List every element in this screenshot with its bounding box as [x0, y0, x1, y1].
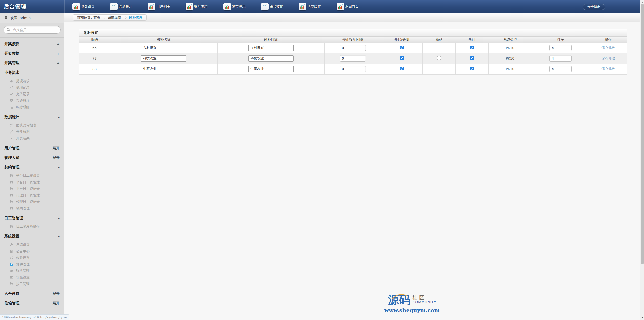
open-close-checkbox[interactable] [400, 46, 404, 49]
section-toggle-indicator[interactable]: - [58, 165, 60, 169]
sidebar-item[interactable]: 签约管理 [0, 205, 64, 212]
sidebar-item[interactable]: 代理日工资发放 [0, 192, 64, 199]
topnav-item-1[interactable]: 普通投注 [110, 3, 132, 10]
row-id-cell: 73 [79, 53, 110, 64]
search-input[interactable] [4, 26, 61, 34]
sidebar-section-head-8[interactable]: 日工资管理- [0, 213, 64, 223]
section-toggle-indicator[interactable]: - [58, 115, 60, 119]
welcome-text: 欢迎: admin [10, 16, 31, 20]
sidebar-item[interactable]: 公告中心 [0, 248, 64, 255]
column-header: 排序 [532, 37, 589, 43]
section-toggle-indicator[interactable]: + [57, 61, 60, 65]
save-button[interactable]: 保存修改 [601, 67, 615, 71]
row-id-cell: 65 [79, 43, 110, 53]
sidebar-section-head-7[interactable]: 契约管理- [0, 162, 64, 172]
lottery-name-input[interactable] [141, 55, 186, 62]
topnav-item-6[interactable]: 清空缓存 [299, 3, 321, 10]
sidebar-item[interactable]: 等级设置 [0, 274, 64, 281]
sidebar-section-head-10[interactable]: 六合设置展开 [0, 289, 64, 298]
stop-interval-input[interactable] [340, 45, 366, 51]
lottery-shortname-input[interactable] [248, 66, 294, 72]
sidebar-item[interactable]: 充值记录 [0, 91, 64, 97]
section-toggle-indicator[interactable]: 展开 [53, 146, 60, 151]
sidebar-item[interactable]: 代理日工资记录 [0, 199, 64, 205]
section-toggle-indicator[interactable]: - [58, 216, 60, 220]
topnav-item-4[interactable]: 发布消息 [223, 3, 246, 10]
sidebar-item[interactable]: 平台日工资设置 [0, 172, 64, 179]
sidebar-item[interactable]: 收款设置 [0, 255, 64, 261]
balloon-icon [9, 174, 13, 178]
sidebar-section-head-11[interactable]: 信箱管理展开 [0, 298, 64, 308]
sort-input[interactable] [549, 45, 572, 51]
section-toggle-indicator[interactable]: - [58, 234, 60, 238]
topnav-item-5[interactable]: 账号转帐 [261, 3, 283, 10]
sidebar-item[interactable]: 普通投注 [0, 97, 64, 104]
sidebar-item[interactable]: 系统设置 [0, 241, 64, 248]
sidebar-item[interactable]: 平台日工资发放 [0, 179, 64, 186]
sidebar-section-head-3[interactable]: 业务流水- [0, 68, 64, 77]
sidebar-section-head-0[interactable]: 开奖预设+ [0, 39, 64, 49]
topnav-item-0[interactable]: 参数设置 [72, 3, 95, 10]
sidebar-item[interactable]: 接口管理 [0, 281, 64, 287]
sidebar-section-head-6[interactable]: 管理人员展开 [0, 153, 64, 162]
section-label: 系统设置 [4, 234, 19, 239]
topnav-item-3[interactable]: 账号充值 [186, 3, 208, 10]
sidebar-item[interactable]: 开奖结果 [0, 135, 64, 142]
sidebar-item[interactable]: 团队盈亏报表 [0, 122, 64, 129]
section-toggle-indicator[interactable]: - [58, 71, 60, 75]
new-checkbox[interactable] [437, 46, 441, 49]
lottery-shortname-input[interactable] [248, 45, 294, 51]
sidebar-item[interactable]: 帐变明细 [0, 104, 64, 111]
lottery-shortname-input[interactable] [248, 55, 294, 62]
section-toggle-indicator[interactable]: 展开 [53, 301, 60, 306]
hot-checkbox[interactable] [470, 67, 474, 70]
panel-title: 彩种设置 [79, 29, 627, 37]
sidebar-section-head-5[interactable]: 用户管理展开 [0, 143, 64, 153]
sidebar-item[interactable]: 提现记录 [0, 84, 64, 91]
sort-input[interactable] [549, 55, 572, 62]
sidebar-item[interactable]: 平台日工资记录 [0, 186, 64, 192]
section-label: 用户管理 [4, 146, 19, 151]
topnav-item-2[interactable]: 用户列表 [148, 3, 170, 10]
section-toggle-indicator[interactable]: + [57, 52, 60, 56]
sidebar-section-head-2[interactable]: 开奖管理+ [0, 58, 64, 68]
sidebar-item-label: 签约管理 [16, 206, 30, 211]
sidebar-section-head-1[interactable]: 开奖数据+ [0, 49, 64, 58]
stop-interval-input[interactable] [340, 66, 366, 72]
section-toggle-indicator[interactable]: 展开 [53, 156, 60, 160]
stop-interval-input[interactable] [340, 55, 366, 62]
hot-checkbox[interactable] [470, 46, 474, 49]
new-checkbox[interactable] [437, 67, 441, 70]
sidebar-item[interactable]: 提现请求 [0, 78, 64, 84]
hot-checkbox[interactable] [470, 56, 474, 60]
save-button[interactable]: 保存修改 [601, 46, 615, 50]
save-button[interactable]: 保存修改 [601, 56, 615, 60]
topnav-item-7[interactable]: 返回首页 [337, 3, 359, 10]
breadcrumb-item-2[interactable]: 彩种管理 [129, 15, 142, 20]
section-toggle-indicator[interactable]: 展开 [53, 292, 60, 296]
section-toggle-indicator[interactable]: + [57, 42, 60, 46]
sidebar-item[interactable]: 开奖检测 [0, 129, 64, 135]
open-close-checkbox[interactable] [400, 56, 404, 60]
folderstar-icon [9, 262, 13, 266]
sidebar-section-head-9[interactable]: 系统设置- [0, 231, 64, 241]
sidebar-item[interactable]: 彩种管理 [0, 261, 64, 268]
scroll-up-button[interactable] [640, 0, 644, 4]
breadcrumb-item-0[interactable]: 首页 [93, 15, 100, 20]
scroll-down-button[interactable] [640, 316, 644, 320]
sidebar-item[interactable]: 日工资发放操作 [0, 223, 64, 230]
balloon-icon [9, 180, 13, 184]
lottery-name-input[interactable] [141, 66, 186, 72]
sidebar-item[interactable]: 玩法管理 [0, 268, 64, 274]
scrollbar-thumb[interactable] [641, 4, 644, 264]
new-checkbox[interactable] [437, 56, 441, 60]
page-scrollbar[interactable] [640, 0, 644, 320]
breadcrumb-item-1[interactable]: 系统设置 [108, 15, 121, 20]
sidebar-item-label: 帐变明细 [16, 105, 30, 110]
logout-button[interactable]: 安全退出 [583, 4, 605, 10]
sort-input[interactable] [549, 66, 572, 72]
lottery-name-input[interactable] [141, 45, 186, 51]
sidebar-section-head-4[interactable]: 数据统计- [0, 112, 64, 122]
open-close-checkbox[interactable] [400, 67, 404, 70]
topnav-item-label: 返回首页 [345, 4, 359, 9]
